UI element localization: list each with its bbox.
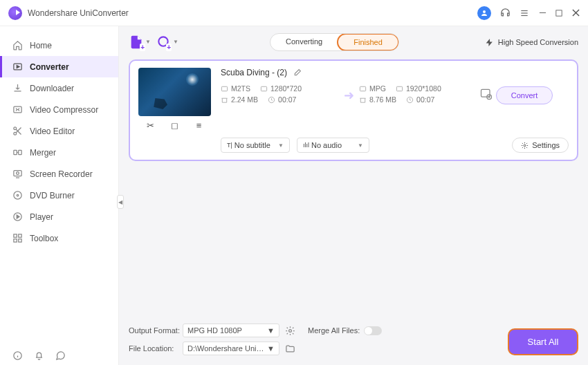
sidebar-item-merger[interactable]: Merger: [0, 142, 118, 163]
titlebar: Wondershare UniConverter: [0, 0, 588, 26]
subtitle-select[interactable]: T|No subtitle▼: [221, 138, 290, 153]
play-icon: [12, 212, 23, 222]
feedback-icon[interactable]: [55, 350, 66, 361]
start-all-button[interactable]: Start All: [508, 328, 578, 355]
dst-resolution: 1920*1080: [406, 84, 441, 93]
home-icon: [12, 40, 23, 50]
src-format: M2TS: [231, 84, 250, 93]
support-icon[interactable]: [499, 8, 511, 19]
sidebar-item-downloader[interactable]: Downloader: [0, 77, 118, 99]
sidebar: Home Converter Downloader Video Compress…: [0, 26, 119, 365]
scissors-icon: [12, 126, 23, 136]
sidebar-item-label: Downloader: [30, 84, 74, 93]
src-duration: 00:07: [278, 95, 296, 104]
output-format-label: Output Format:: [129, 326, 183, 335]
svg-rect-18: [14, 171, 21, 176]
size-icon: [359, 96, 367, 104]
bell-icon[interactable]: [34, 350, 44, 361]
svg-rect-28: [19, 239, 21, 242]
info-icon[interactable]: [12, 350, 23, 361]
svg-point-41: [524, 144, 526, 147]
app-title: Wondershare UniConverter: [28, 8, 129, 18]
download-icon: [12, 83, 23, 93]
svg-point-11: [14, 127, 17, 130]
output-format-select[interactable]: MPG HD 1080P▼: [183, 324, 279, 337]
audio-select[interactable]: ılılNo audio▼: [297, 138, 369, 153]
sidebar-item-toolbox[interactable]: Toolbox: [0, 227, 118, 249]
edit-name-icon[interactable]: [293, 68, 302, 77]
disc-icon: [12, 190, 23, 200]
sidebar-item-label: DVD Burner: [30, 191, 75, 200]
arrow-icon: ➜: [338, 88, 359, 103]
clock-icon: [268, 96, 275, 104]
high-speed-toggle[interactable]: High Speed Conversion: [485, 38, 578, 47]
svg-point-12: [14, 132, 17, 135]
more-icon[interactable]: ≡: [194, 120, 205, 131]
svg-rect-15: [14, 150, 17, 154]
recorder-icon: [12, 169, 23, 179]
sidebar-item-label: Video Editor: [30, 127, 75, 136]
open-folder-icon[interactable]: [285, 344, 295, 354]
svg-rect-33: [221, 86, 227, 91]
minimize-button[interactable]: [538, 9, 546, 17]
svg-rect-36: [360, 86, 365, 91]
svg-rect-37: [396, 86, 402, 91]
file-location-select[interactable]: D:\Wondershare UniConverter▼: [183, 341, 279, 355]
sidebar-item-editor[interactable]: Video Editor: [0, 120, 118, 142]
output-format-value: MPG HD 1080P: [187, 326, 242, 335]
svg-rect-16: [19, 150, 21, 154]
svg-rect-5: [556, 10, 562, 15]
svg-point-19: [17, 172, 19, 175]
output-settings-icon[interactable]: [477, 87, 496, 104]
merger-icon: [12, 147, 23, 158]
converter-icon: [12, 62, 23, 72]
src-size: 2.24 MB: [231, 95, 258, 104]
app-logo: [8, 6, 22, 20]
settings-label: Settings: [532, 141, 560, 149]
file-location-value: D:\Wondershare UniConverter: [187, 344, 267, 353]
clock-icon: [406, 96, 414, 104]
sidebar-item-label: Converter: [30, 62, 69, 72]
close-button[interactable]: [571, 9, 580, 17]
sidebar-item-converter[interactable]: Converter: [0, 56, 118, 77]
video-thumbnail[interactable]: [138, 68, 211, 116]
convert-button[interactable]: Convert: [496, 86, 553, 104]
crop-icon[interactable]: ◻: [169, 120, 181, 131]
hsc-label: High Speed Conversion: [498, 38, 578, 46]
svg-rect-27: [14, 239, 17, 242]
sidebar-item-dvd[interactable]: DVD Burner: [0, 185, 118, 206]
sidebar-item-home[interactable]: Home: [0, 35, 118, 56]
svg-point-42: [289, 329, 292, 332]
svg-point-0: [483, 10, 486, 13]
sidebar-item-label: Player: [30, 212, 53, 222]
svg-marker-9: [17, 66, 19, 68]
tab-finished[interactable]: Finished: [337, 33, 399, 51]
resolution-icon: [396, 85, 403, 93]
trim-icon[interactable]: ✂: [145, 120, 156, 131]
audio-value: No audio: [311, 141, 342, 149]
sidebar-item-player[interactable]: Player: [0, 206, 118, 227]
user-account-icon[interactable]: [477, 6, 491, 20]
subtitle-value: No subtitle: [235, 141, 270, 149]
svg-rect-39: [481, 89, 490, 97]
dst-duration: 00:07: [416, 95, 434, 104]
tab-converting[interactable]: Converting: [270, 34, 338, 50]
file-card: ✂ ◻ ≡ Scuba Diving - (2) M2TS: [129, 59, 578, 161]
content-area: +▼ +▼ Converting Finished High Speed Con…: [119, 26, 588, 365]
add-url-button[interactable]: +▼: [156, 35, 172, 50]
dst-size: 8.76 MB: [369, 95, 396, 104]
menu-icon[interactable]: [519, 8, 530, 19]
file-location-label: File Location:: [129, 344, 183, 353]
settings-button[interactable]: Settings: [512, 138, 569, 153]
format-settings-icon[interactable]: [285, 326, 295, 336]
svg-rect-34: [261, 86, 266, 91]
svg-marker-24: [17, 215, 19, 218]
sidebar-item-compressor[interactable]: Video Compressor: [0, 99, 118, 120]
format-icon: [359, 85, 367, 93]
merge-toggle[interactable]: [364, 326, 382, 335]
sidebar-item-recorder[interactable]: Screen Recorder: [0, 163, 118, 185]
status-tabs: Converting Finished: [270, 33, 399, 51]
maximize-button[interactable]: [555, 9, 563, 17]
format-icon: [221, 85, 228, 93]
add-file-button[interactable]: +▼: [129, 35, 144, 50]
